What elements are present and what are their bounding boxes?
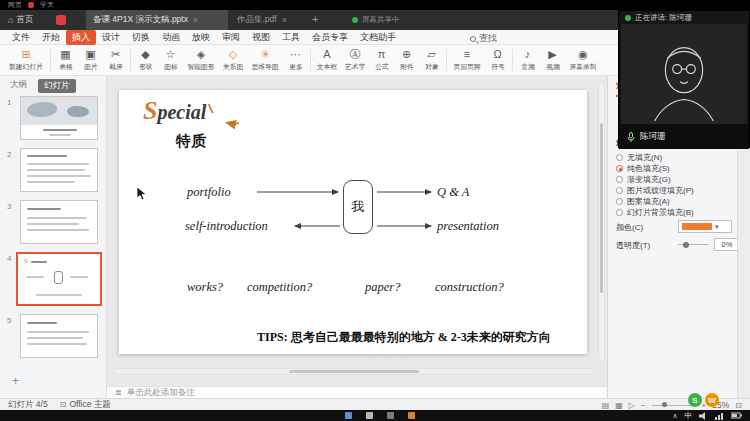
radio-icon[interactable] [616, 198, 623, 205]
tab-outline[interactable]: 大纲 [10, 79, 27, 91]
document-tab-pdf[interactable]: 作品集.pdf × [230, 10, 306, 30]
fill-option-solid[interactable]: 纯色填充(S) [616, 163, 670, 174]
slide-thumbnail-3[interactable]: 3 [0, 200, 107, 248]
menu-membership[interactable]: 会员专享 [306, 30, 354, 45]
color-swatch [682, 223, 712, 230]
taskbar-app-icon[interactable] [366, 412, 373, 419]
meeting-video-feed[interactable] [621, 24, 747, 124]
ribbon-icons-button[interactable]: ☆图标 [158, 45, 183, 75]
slide-thumbnail-4-selected[interactable]: 4 S [0, 252, 107, 310]
horizontal-scrollbar[interactable] [113, 368, 593, 375]
scrollbar-thumb[interactable] [600, 123, 603, 293]
normal-view-icon[interactable]: ▤ [602, 401, 610, 410]
taskbar-app-icon[interactable] [345, 412, 352, 419]
network-icon[interactable] [715, 412, 724, 420]
notes-bar[interactable]: ≣ 单击此处添加备注 [107, 386, 607, 398]
tab-slides[interactable]: 幻灯片 [38, 79, 76, 93]
slide-thumbnail-2[interactable]: 2 [0, 148, 107, 196]
bottom-label-competition: competition? [247, 280, 312, 295]
menu-view[interactable]: 视图 [246, 30, 276, 45]
slide-4[interactable]: Special 特质 portfolio self-introduction 我… [119, 90, 587, 354]
ribbon-shapes-button[interactable]: ◆形状 [133, 45, 158, 75]
scissors-icon: ✂ [111, 49, 120, 60]
close-tab-icon[interactable]: × [282, 15, 287, 25]
top-strip: 网页 学天 [0, 0, 750, 10]
input-method-indicator[interactable]: 中 [685, 411, 693, 421]
wps-float-ball[interactable]: W [705, 393, 719, 407]
scrollbar-thumb[interactable] [289, 370, 419, 373]
new-tab-button[interactable]: + [312, 13, 318, 25]
slide-sorter-icon[interactable]: ▦ [615, 401, 623, 410]
sogou-input-ball[interactable]: S [688, 393, 702, 407]
battery-icon[interactable] [731, 412, 742, 419]
taskbar-app-icon[interactable] [408, 412, 415, 419]
slider-thumb[interactable] [683, 242, 689, 248]
ribbon-video-button[interactable]: ▶视频 [540, 45, 565, 75]
color-dropdown[interactable]: ▾ [678, 220, 732, 233]
new-slide-button[interactable]: + [12, 374, 19, 388]
menu-assistant[interactable]: 文档助手 [354, 30, 402, 45]
ribbon-relation-chart-button[interactable]: ◇关系图 [219, 45, 247, 75]
ribbon-textbox-button[interactable]: A文本框 [313, 45, 341, 75]
volume-icon[interactable] [699, 412, 708, 420]
ribbon-header-footer-button[interactable]: ≡页眉页脚 [449, 45, 485, 75]
tray-expand-icon[interactable]: ∧ [672, 412, 677, 420]
menu-review[interactable]: 审阅 [216, 30, 246, 45]
close-tab-icon[interactable]: × [193, 15, 198, 25]
menu-tools[interactable]: 工具 [276, 30, 306, 45]
ribbon-wordart-button[interactable]: Ⓐ艺术字 [341, 45, 369, 75]
ribbon-object-button[interactable]: ▱对象 [419, 45, 444, 75]
fill-option-picture[interactable]: 图片或纹理填充(P) [616, 185, 694, 196]
meeting-overlay[interactable]: 正在讲话: 陈珂珊 陈珂珊 [618, 10, 750, 148]
document-tab-active[interactable]: 备课 4P1X 演示文稿.pptx × [86, 10, 228, 30]
menu-animation[interactable]: 动画 [156, 30, 186, 45]
ribbon-table-button[interactable]: ▦表格 [53, 45, 78, 75]
slideshow-icon[interactable]: ▷ [629, 401, 635, 410]
ribbon-mindmap-button[interactable]: ✳思维导图 [247, 45, 283, 75]
home-tab[interactable]: ⌂ 首页 [8, 14, 33, 26]
radio-icon[interactable] [616, 176, 623, 183]
ribbon-image-button[interactable]: ▣图片 [78, 45, 103, 75]
taskbar-app-icon[interactable] [387, 412, 394, 419]
home-icon: ⌂ [8, 15, 13, 25]
radio-icon-selected[interactable] [616, 165, 623, 172]
ribbon-audio-button[interactable]: ♪音频 [515, 45, 540, 75]
fill-option-gradient[interactable]: 渐变填充(G) [616, 174, 671, 185]
menu-transitions[interactable]: 切换 [126, 30, 156, 45]
ribbon-symbol-button[interactable]: Ω符号 [485, 45, 510, 75]
ribbon-more-button[interactable]: ⋯更多 [283, 45, 308, 75]
ribbon-screenshot-button[interactable]: ✂截屏 [103, 45, 128, 75]
fit-slide-icon[interactable]: ⊡ [735, 401, 742, 410]
ribbon-attachment-button[interactable]: ⊕附件 [394, 45, 419, 75]
vertical-scrollbar[interactable] [598, 82, 605, 362]
ribbon-new-slide-button[interactable]: ⊞新建幻灯片 [4, 45, 48, 75]
thumb-map-blob [67, 106, 89, 117]
zoom-slider-thumb[interactable] [662, 402, 667, 407]
menu-slideshow[interactable]: 放映 [186, 30, 216, 45]
zoom-out-icon[interactable]: − [641, 401, 646, 410]
radio-icon[interactable] [616, 209, 623, 216]
color-row: 颜色(C) ▾ [616, 222, 736, 236]
menu-home[interactable]: 开始 [36, 30, 66, 45]
docer-icon[interactable] [56, 15, 66, 25]
ribbon-screen-record-button[interactable]: ◉屏幕录制 [565, 45, 601, 75]
microphone-icon [627, 132, 635, 142]
fill-option-background[interactable]: 幻灯片背景填充(B) [616, 207, 694, 218]
fill-option-none[interactable]: 无填充(N) [616, 152, 662, 163]
menu-file[interactable]: 文件 [6, 30, 36, 45]
ribbon-separator [50, 49, 51, 71]
ribbon-formula-button[interactable]: π公式 [369, 45, 394, 75]
fill-option-pattern[interactable]: 图案填充(A) [616, 196, 670, 207]
slide-thumbnail-5[interactable]: 5 [0, 314, 107, 362]
relation-chart-icon: ◇ [229, 49, 237, 60]
radio-icon[interactable] [616, 154, 623, 161]
thumbnail-preview [20, 148, 98, 192]
menu-design[interactable]: 设计 [96, 30, 126, 45]
find-command[interactable]: 查找 [470, 32, 497, 45]
menu-insert[interactable]: 插入 [66, 30, 96, 45]
slide-thumbnail-1[interactable]: 1 [0, 96, 107, 144]
ribbon-smartart-button[interactable]: ◈智能图形 [183, 45, 219, 75]
radio-icon[interactable] [616, 187, 623, 194]
ribbon-separator [446, 49, 447, 71]
transparency-slider[interactable] [678, 244, 708, 245]
